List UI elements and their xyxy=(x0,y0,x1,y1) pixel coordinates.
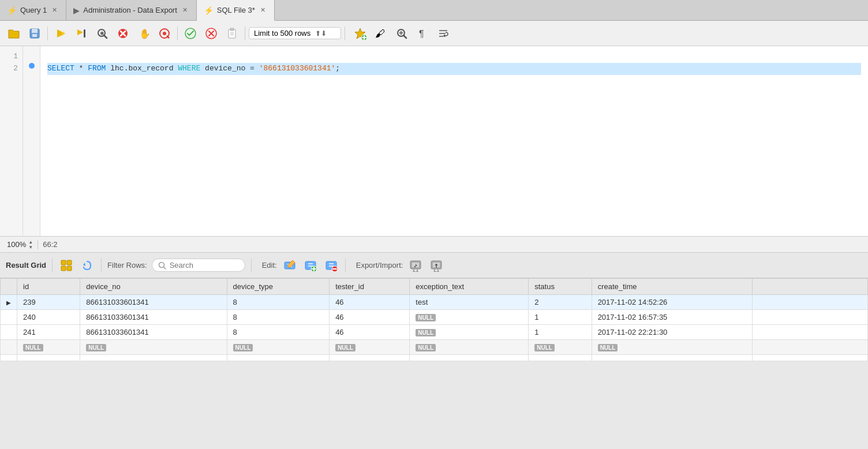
paragraph-button[interactable]: ¶ xyxy=(413,24,432,43)
svg-point-15 xyxy=(163,32,166,35)
zoom-in-button[interactable] xyxy=(392,24,411,43)
results-sep1 xyxy=(52,259,53,272)
cell-status-3: 1 xyxy=(529,325,592,340)
cell-exception_text-3: NULL xyxy=(410,325,529,340)
cell-id-3: 241 xyxy=(17,325,80,340)
table-row-null[interactable]: NULL NULL NULL NULL NULL NULL NULL xyxy=(1,340,868,355)
tab-query1[interactable]: ⚡ Query 1 ✕ xyxy=(0,0,66,20)
brush-button[interactable]: 🖌 xyxy=(372,24,390,43)
zoom-icon xyxy=(396,28,407,39)
tab-query1-close[interactable]: ✕ xyxy=(50,6,59,14)
clipboard-button[interactable] xyxy=(223,24,241,43)
row-indicator-null xyxy=(1,340,17,355)
svg-text:¶: ¶ xyxy=(419,29,424,39)
cell-status-1: 2 xyxy=(529,295,592,310)
execute-icon: ⚡ xyxy=(55,28,66,39)
col-device_no[interactable]: device_no xyxy=(80,279,227,295)
tab-sqlfile3-close[interactable]: ✕ xyxy=(259,6,267,14)
cell-device_type-1: 8 xyxy=(227,295,330,310)
results-sep2 xyxy=(101,259,102,272)
cell-device_no-1: 866131033601341 xyxy=(80,295,227,310)
svg-line-44 xyxy=(163,267,166,269)
cell-exception_text-1: test xyxy=(410,295,529,310)
svg-marker-5 xyxy=(77,29,83,35)
save-icon xyxy=(29,28,40,39)
null-badge: NULL xyxy=(86,344,106,351)
row-indicator-1: ▶ xyxy=(1,295,17,310)
add-row-button[interactable] xyxy=(302,257,319,274)
execute-button[interactable]: ⚡ xyxy=(51,24,70,43)
col-status[interactable]: status xyxy=(529,279,592,295)
svg-rect-41 xyxy=(67,266,72,271)
line-num-2: 2 xyxy=(0,63,23,75)
limit-select[interactable]: Limit to 500 rows ⬆⬇ xyxy=(249,27,341,39)
play-icon: ▶ xyxy=(73,6,80,15)
col-create_time[interactable]: create_time xyxy=(592,279,752,295)
search-box[interactable] xyxy=(152,259,245,272)
import-button[interactable] xyxy=(428,257,444,274)
editor-area: 1 2 SELECT * FROM lhc.box_record WHERE d… xyxy=(0,46,868,237)
svg-text:✋: ✋ xyxy=(139,28,149,39)
null-badge: NULL xyxy=(233,344,253,351)
gutter-marker-1 xyxy=(23,51,40,61)
zoom-arrows[interactable]: ▲ ▼ xyxy=(28,240,33,250)
edit-label: Edit: xyxy=(262,261,277,270)
rollback-button[interactable] xyxy=(202,24,220,43)
add-favorite-button[interactable] xyxy=(351,24,369,43)
svg-text:✱: ✱ xyxy=(100,31,104,36)
cell-device_type-null: NULL xyxy=(227,340,330,355)
table-header-row: id device_no device_type tester_id excep… xyxy=(1,279,868,295)
cell-create_time-null: NULL xyxy=(592,340,752,355)
separator1 xyxy=(47,27,48,40)
table-row[interactable]: 241 866131033601341 8 46 NULL 1 2017-11-… xyxy=(1,325,868,340)
svg-text:🖌: 🖌 xyxy=(375,28,385,39)
svg-rect-22 xyxy=(230,28,234,31)
gutter xyxy=(23,46,40,236)
col-id[interactable]: id xyxy=(17,279,80,295)
null-badge: NULL xyxy=(598,344,618,351)
null-badge: NULL xyxy=(23,344,43,351)
commit-button[interactable] xyxy=(181,24,200,43)
tab-admin[interactable]: ▶ Administration - Data Export ✕ xyxy=(66,0,197,20)
save-button[interactable] xyxy=(25,24,44,43)
cell-id-null: NULL xyxy=(17,340,80,355)
cell-extra-1 xyxy=(753,295,868,310)
tab-bar: ⚡ Query 1 ✕ ▶ Administration - Data Expo… xyxy=(0,0,868,21)
code-line-1 xyxy=(47,51,861,63)
cell-extra-null xyxy=(753,340,868,355)
null-badge: NULL xyxy=(416,344,436,351)
table-row[interactable]: 240 866131033601341 8 46 NULL 1 2017-11-… xyxy=(1,310,868,325)
find-icon: ✱ xyxy=(96,28,108,39)
cell-device_type-3: 8 xyxy=(227,325,330,340)
gutter-marker-2 xyxy=(23,61,40,72)
limit-select-arrow: ⬆⬇ xyxy=(315,29,327,38)
edit-row-button[interactable] xyxy=(282,257,298,274)
word-wrap-button[interactable] xyxy=(434,24,452,43)
stop-button[interactable] xyxy=(114,24,132,43)
table-row[interactable]: ▶ 239 866131033601341 8 46 test 2 2017-1… xyxy=(1,295,868,310)
delete-row-icon xyxy=(325,259,338,272)
col-tester_id[interactable]: tester_id xyxy=(330,279,410,295)
inspect-button[interactable] xyxy=(155,24,174,43)
tab-admin-close[interactable]: ✕ xyxy=(181,6,189,14)
delete-row-button[interactable] xyxy=(323,257,339,274)
col-device_type[interactable]: device_type xyxy=(227,279,330,295)
toggle-grid-button[interactable] xyxy=(58,257,74,274)
code-editor[interactable]: SELECT * FROM lhc.box_record WHERE devic… xyxy=(40,46,868,236)
cell-create_time-1: 2017-11-02 14:52:26 xyxy=(592,295,752,310)
hand-button[interactable]: ✋ xyxy=(134,24,153,43)
col-exception_text[interactable]: exception_text xyxy=(410,279,529,295)
limit-select-label: Limit to 500 rows xyxy=(254,29,310,38)
execute-cursor-button[interactable] xyxy=(72,24,91,43)
search-input[interactable] xyxy=(170,261,239,270)
zoom-control[interactable]: 100% ▲ ▼ xyxy=(7,240,33,250)
find-button[interactable]: ✱ xyxy=(93,24,111,43)
refresh-button[interactable] xyxy=(79,257,95,274)
export-button[interactable] xyxy=(407,257,424,274)
open-file-button[interactable] xyxy=(5,24,23,43)
col-indicator xyxy=(1,279,17,295)
tab-sqlfile3[interactable]: ⚡ SQL File 3* ✕ xyxy=(197,0,275,21)
toolbar: ⚡ ✱ ✋ xyxy=(0,21,868,46)
cell-create_time-2: 2017-11-02 16:57:35 xyxy=(592,310,752,325)
null-badge: NULL xyxy=(416,329,436,336)
